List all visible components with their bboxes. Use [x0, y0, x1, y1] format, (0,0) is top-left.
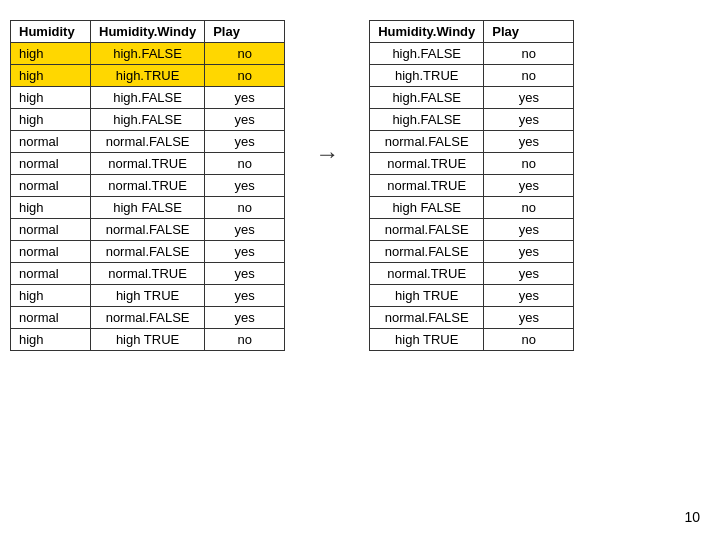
left-table-row: highhigh.TRUEno: [11, 65, 285, 87]
main-container: Humidity Humidity.Windy Play highhigh.FA…: [0, 0, 720, 371]
left-cell-play: yes: [205, 109, 285, 131]
left-cell-humidity: normal: [11, 131, 91, 153]
right-cell-play: no: [484, 65, 574, 87]
page-number: 10: [684, 509, 700, 525]
left-cell-humidity: normal: [11, 153, 91, 175]
right-cell-windy: normal.FALSE: [370, 241, 484, 263]
right-cell-play: no: [484, 197, 574, 219]
right-table-row: high TRUEno: [370, 329, 574, 351]
right-cell-play: no: [484, 43, 574, 65]
right-table-row: normal.TRUEyes: [370, 175, 574, 197]
left-cell-windy: normal.FALSE: [91, 131, 205, 153]
left-table-row: highhigh.FALSEyes: [11, 109, 285, 131]
right-cell-windy: normal.TRUE: [370, 153, 484, 175]
left-cell-windy: high.FALSE: [91, 87, 205, 109]
right-table-row: high TRUEyes: [370, 285, 574, 307]
left-table-row: normalnormal.FALSEyes: [11, 241, 285, 263]
right-table-row: normal.FALSEyes: [370, 131, 574, 153]
left-cell-windy: high TRUE: [91, 285, 205, 307]
left-table-row: highhigh.FALSEno: [11, 43, 285, 65]
left-cell-play: no: [205, 197, 285, 219]
left-cell-play: yes: [205, 241, 285, 263]
right-cell-play: no: [484, 329, 574, 351]
right-cell-play: yes: [484, 219, 574, 241]
right-cell-play: yes: [484, 263, 574, 285]
left-cell-humidity: normal: [11, 219, 91, 241]
left-table-row: highhigh TRUEyes: [11, 285, 285, 307]
right-cell-windy: normal.FALSE: [370, 219, 484, 241]
left-cell-play: yes: [205, 263, 285, 285]
left-table-row: highhigh TRUEno: [11, 329, 285, 351]
right-table-row: normal.FALSEyes: [370, 307, 574, 329]
left-header-humidity: Humidity: [11, 21, 91, 43]
left-cell-humidity: normal: [11, 263, 91, 285]
left-cell-windy: high FALSE: [91, 197, 205, 219]
right-header-humidity-windy: Humidity.Windy: [370, 21, 484, 43]
left-cell-humidity: high: [11, 285, 91, 307]
right-cell-windy: high FALSE: [370, 197, 484, 219]
right-cell-windy: high.FALSE: [370, 109, 484, 131]
right-cell-windy: normal.TRUE: [370, 175, 484, 197]
left-cell-humidity: high: [11, 197, 91, 219]
arrow-indicator: →: [315, 20, 339, 168]
right-cell-play: yes: [484, 109, 574, 131]
left-cell-humidity: high: [11, 87, 91, 109]
left-cell-play: yes: [205, 285, 285, 307]
left-cell-windy: high.FALSE: [91, 43, 205, 65]
right-cell-windy: high.TRUE: [370, 65, 484, 87]
left-cell-humidity: high: [11, 65, 91, 87]
left-table-row: highhigh FALSEno: [11, 197, 285, 219]
right-table-row: normal.TRUEno: [370, 153, 574, 175]
right-cell-windy: high.FALSE: [370, 43, 484, 65]
left-table: Humidity Humidity.Windy Play highhigh.FA…: [10, 20, 285, 351]
left-cell-windy: high.FALSE: [91, 109, 205, 131]
left-cell-windy: normal.FALSE: [91, 219, 205, 241]
left-header-humidity-windy: Humidity.Windy: [91, 21, 205, 43]
left-cell-humidity: normal: [11, 175, 91, 197]
right-table-row: normal.FALSEyes: [370, 241, 574, 263]
right-cell-play: yes: [484, 175, 574, 197]
left-cell-play: no: [205, 153, 285, 175]
right-table-row: high.FALSEyes: [370, 87, 574, 109]
left-table-row: normalnormal.TRUEyes: [11, 175, 285, 197]
left-table-row: normalnormal.FALSEyes: [11, 131, 285, 153]
left-cell-humidity: high: [11, 43, 91, 65]
left-cell-windy: normal.FALSE: [91, 307, 205, 329]
right-cell-play: yes: [484, 131, 574, 153]
right-cell-play: yes: [484, 87, 574, 109]
right-table-row: normal.FALSEyes: [370, 219, 574, 241]
left-cell-windy: high TRUE: [91, 329, 205, 351]
right-cell-play: yes: [484, 285, 574, 307]
right-table-row: high.TRUEno: [370, 65, 574, 87]
left-table-row: normalnormal.FALSEyes: [11, 219, 285, 241]
left-cell-play: no: [205, 43, 285, 65]
left-cell-windy: normal.TRUE: [91, 153, 205, 175]
left-cell-play: yes: [205, 175, 285, 197]
left-cell-humidity: normal: [11, 241, 91, 263]
left-cell-humidity: high: [11, 109, 91, 131]
right-cell-windy: high.FALSE: [370, 87, 484, 109]
left-table-row: normalnormal.TRUEyes: [11, 263, 285, 285]
left-cell-play: yes: [205, 307, 285, 329]
right-cell-play: no: [484, 153, 574, 175]
right-table-row: high FALSEno: [370, 197, 574, 219]
right-header-play: Play: [484, 21, 574, 43]
arrow-icon: →: [315, 140, 339, 168]
right-table: Humidity.Windy Play high.FALSEnohigh.TRU…: [369, 20, 574, 351]
left-cell-windy: normal.TRUE: [91, 175, 205, 197]
right-table-row: high.FALSEyes: [370, 109, 574, 131]
left-cell-humidity: high: [11, 329, 91, 351]
left-table-container: Humidity Humidity.Windy Play highhigh.FA…: [10, 20, 285, 351]
left-table-row: normalnormal.FALSEyes: [11, 307, 285, 329]
left-header-play: Play: [205, 21, 285, 43]
left-table-row: normalnormal.TRUEno: [11, 153, 285, 175]
left-cell-play: yes: [205, 87, 285, 109]
left-cell-play: yes: [205, 219, 285, 241]
right-cell-windy: high TRUE: [370, 329, 484, 351]
left-cell-windy: normal.TRUE: [91, 263, 205, 285]
left-cell-humidity: normal: [11, 307, 91, 329]
left-cell-play: no: [205, 329, 285, 351]
right-table-container: Humidity.Windy Play high.FALSEnohigh.TRU…: [369, 20, 574, 351]
right-cell-windy: normal.TRUE: [370, 263, 484, 285]
right-cell-play: yes: [484, 241, 574, 263]
